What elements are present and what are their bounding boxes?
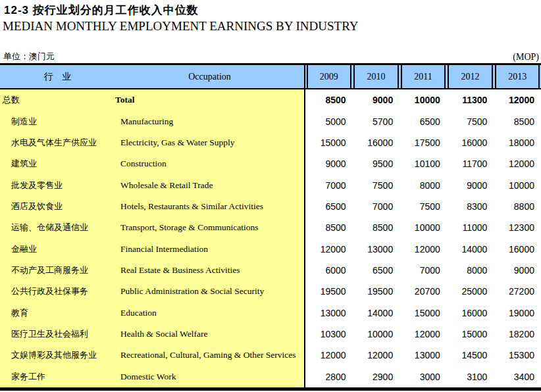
value-cells: 700075008000900010000 [305, 174, 541, 195]
industry-label-cell: 批发及零售业 Wholesale & Retail Trade [0, 174, 305, 195]
table-row: 总数 Total 85009000100001130012000 [0, 89, 541, 110]
value-cell: 11700 [447, 153, 494, 174]
value-cell: 2800 [305, 366, 353, 387]
table-row: 文娱博彩及其他服务业 Recreational, Cultural, Gamin… [0, 345, 541, 366]
value-cell: 8500 [494, 110, 541, 132]
value-cell: 8300 [447, 196, 494, 217]
value-cell: 12000 [353, 345, 400, 366]
unit-row: 单位：澳门元 (MOP) [3, 51, 539, 62]
value-cell: 5700 [353, 110, 400, 132]
value-cells: 65007000750083008800 [305, 196, 541, 217]
industry-name-en: Electricity, Gas & Water Supply [115, 137, 304, 148]
industry-label-cell: 文娱博彩及其他服务业 Recreational, Cultural, Gamin… [0, 345, 305, 366]
value-cell: 15300 [494, 345, 541, 366]
industry-name-en: Wholesale & Retail Trade [115, 180, 304, 191]
industry-label-cell: 建筑业 Construction [0, 153, 305, 174]
industry-name-zh: 不动产及工商服务业 [0, 264, 115, 276]
value-cell: 16000 [494, 239, 541, 260]
table-row: 家务工作 Domestic Work 28002900300031003400 [0, 366, 541, 387]
value-cells: 1200012000130001450015300 [305, 345, 541, 366]
industry-name-en: Education [115, 308, 304, 318]
value-cell: 11300 [447, 89, 494, 110]
header-year-2009: 2009 [307, 65, 352, 88]
value-cell: 16000 [447, 132, 494, 153]
value-cells: 1300014000150001600019000 [305, 303, 541, 324]
industry-label-cell: 公共行政及社保事务 Public Administration & Social… [0, 281, 305, 302]
header-industry-zh: 行 业 [0, 71, 115, 83]
industry-name-zh: 批发及零售业 [0, 180, 115, 191]
table-row: 建筑业 Construction 90009500101001170012000 [0, 153, 541, 174]
industry-name-en: Total [115, 95, 304, 105]
page-title-en: MEDIAN MONTHLY EMPLOYMENT EARNINGS BY IN… [3, 19, 358, 34]
value-cell: 18200 [494, 324, 541, 345]
value-cell: 9000 [447, 174, 494, 195]
value-cell: 9500 [353, 153, 400, 174]
earnings-table: 行 业 Occupation 2009 2010 2011 2012 2013 … [0, 63, 541, 392]
value-cell: 15000 [399, 303, 447, 324]
value-cell: 7500 [399, 196, 447, 217]
value-cell: 13000 [353, 239, 400, 260]
value-cell: 16000 [447, 303, 494, 324]
industry-label-cell: 总数 Total [0, 89, 305, 110]
value-cell: 10000 [494, 174, 541, 195]
table-row: 酒店及饮食业 Hotels, Restaurants & Similar Act… [0, 196, 541, 217]
value-cell: 6000 [305, 260, 353, 281]
value-cell: 7000 [305, 174, 353, 195]
industry-name-zh: 酒店及饮食业 [0, 201, 115, 212]
value-cell: 20700 [399, 281, 447, 302]
value-cell: 7000 [399, 260, 447, 281]
industry-name-en: Public Administration & Social Security [115, 286, 304, 297]
value-cell: 6500 [399, 110, 447, 132]
value-cells: 1950019500207002500027200 [305, 281, 541, 302]
header-years: 2009 2010 2011 2012 2013 [305, 65, 541, 88]
value-cell: 8500 [353, 217, 400, 238]
table-row: 不动产及工商服务业 Real Estate & Business Activit… [0, 260, 541, 281]
industry-name-en: Construction [115, 159, 304, 169]
value-cell: 13000 [305, 303, 353, 324]
industry-name-zh: 家务工作 [0, 371, 115, 383]
value-cell: 19500 [353, 281, 400, 302]
industry-label-cell: 金融业 Financial Intermediation [0, 239, 305, 260]
industry-name-en: Hotels, Restaurants & Similar Activities [115, 201, 304, 212]
page-title-zh: 12-3 按行业划分的月工作收入中位数 [4, 3, 199, 18]
industry-name-zh: 医疗卫生及社会福利 [0, 328, 115, 340]
industry-label-cell: 水电及气体生产供应业 Electricity, Gas & Water Supp… [0, 132, 305, 153]
value-cell: 10000 [399, 217, 447, 238]
value-cell: 27200 [494, 281, 541, 302]
value-cell: 12000 [494, 89, 541, 110]
industry-name-en: Real Estate & Business Activities [115, 265, 304, 276]
value-cell: 15000 [305, 132, 353, 153]
value-cell: 8000 [399, 174, 447, 195]
value-cell: 3100 [447, 366, 494, 387]
value-cells: 1500016000175001600018000 [305, 132, 541, 153]
value-cell: 12000 [399, 324, 447, 345]
industry-name-zh: 运输、仓储及通信业 [0, 222, 115, 233]
header-year-2010: 2010 [353, 65, 399, 88]
value-cells: 28002900300031003400 [305, 366, 541, 387]
industry-name-zh: 总数 [0, 94, 115, 106]
table-row: 金融业 Financial Intermediation 12000130001… [0, 239, 541, 260]
industry-name-en: Recreational, Cultural, Gaming & Other S… [115, 350, 304, 360]
industry-label-cell: 家务工作 Domestic Work [0, 366, 305, 387]
value-cell: 8000 [447, 260, 494, 281]
value-cell: 10100 [399, 153, 447, 174]
table-body: 总数 Total 85009000100001130012000 制造业 Man… [0, 89, 541, 391]
value-cell: 7500 [353, 174, 400, 195]
industry-name-en: Financial Intermediation [115, 244, 304, 255]
value-cell: 5000 [305, 110, 353, 132]
industry-name-zh: 建筑业 [0, 158, 115, 170]
value-cell: 7000 [353, 196, 400, 217]
header-industry-en: Occupation [115, 72, 304, 82]
industry-label-cell: 酒店及饮食业 Hotels, Restaurants & Similar Act… [0, 196, 305, 217]
value-cell: 14500 [447, 345, 494, 366]
value-cell: 9000 [305, 153, 353, 174]
value-cell: 11000 [447, 217, 494, 238]
table-row: 制造业 Manufacturing 50005700650075008500 [0, 110, 541, 132]
value-cell: 8500 [305, 89, 353, 110]
value-cells: 90009500101001170012000 [305, 153, 541, 174]
value-cells: 85009000100001130012000 [305, 89, 541, 110]
table-row: 水电及气体生产供应业 Electricity, Gas & Water Supp… [0, 132, 541, 153]
industry-name-en: Transport, Storage & Communications [115, 222, 304, 233]
industry-name-zh: 制造业 [0, 116, 115, 128]
industry-name-en: Manufacturing [115, 116, 304, 127]
